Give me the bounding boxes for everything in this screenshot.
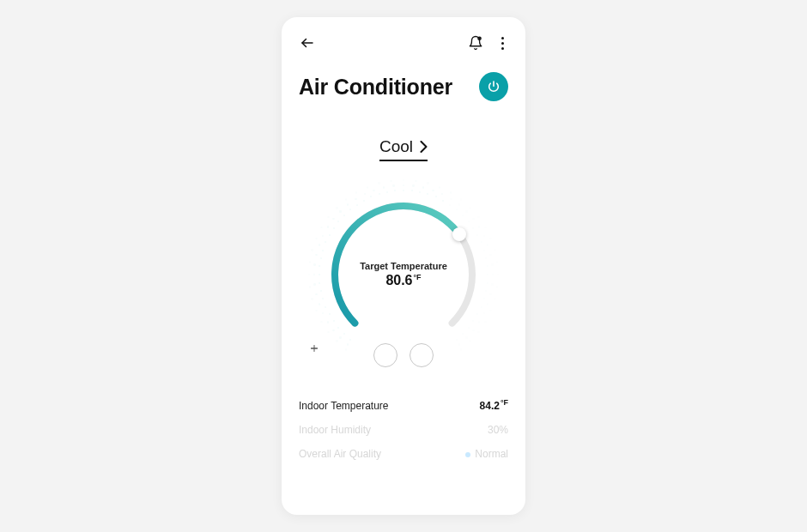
page-title: Air Conditioner: [299, 75, 452, 100]
back-button[interactable]: [299, 34, 316, 51]
header-bar: [299, 33, 508, 53]
indoor-temperature-row: Indoor Temperature 84.2°F: [299, 398, 508, 412]
air-quality-row: Overall Air Quality Normal: [299, 448, 508, 460]
stats-list: Indoor Temperature 84.2°F Indoor Humidit…: [299, 398, 508, 460]
mode-selector[interactable]: Cool: [379, 137, 428, 161]
dial-knob[interactable]: [452, 227, 466, 241]
stat-label: Indoor Humidity: [299, 424, 371, 436]
chevron-right-icon: [420, 141, 428, 153]
stat-value: 84.2°F: [480, 398, 508, 412]
power-button[interactable]: [479, 72, 508, 101]
indoor-humidity-row: Indoor Humidity 30%: [299, 424, 508, 436]
quality-indicator-dot: [465, 452, 470, 457]
stat-value: Normal: [465, 448, 508, 460]
mode-label: Cool: [379, 137, 413, 156]
stat-value: 30%: [488, 424, 508, 436]
increase-temp-button[interactable]: [410, 343, 434, 367]
overflow-menu-button[interactable]: [496, 34, 508, 51]
stat-label: Overall Air Quality: [299, 448, 381, 460]
decrease-temp-button[interactable]: [373, 343, 397, 367]
title-row: Air Conditioner: [299, 72, 508, 101]
device-screen: Air Conditioner Cool: [282, 17, 525, 515]
notifications-icon[interactable]: [467, 34, 484, 51]
temperature-dial[interactable]: Target Temperature 80.6°F: [309, 180, 498, 369]
stat-label: Indoor Temperature: [299, 400, 389, 412]
